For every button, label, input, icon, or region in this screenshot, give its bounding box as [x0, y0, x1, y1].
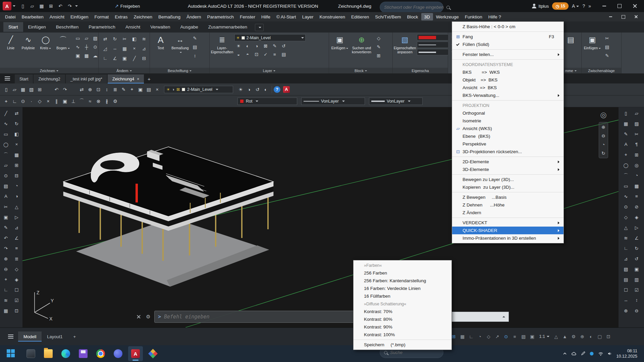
itplus-brand-icon[interactable]: A — [283, 86, 290, 93]
submenu-item[interactable]: 16 Farben: Verdeckte Linien — [354, 285, 451, 292]
erase-icon[interactable]: × — [153, 85, 161, 94]
snap-apparent-icon[interactable]: ⊗ — [94, 97, 103, 106]
paste-icon[interactable]: ▤ — [145, 85, 153, 94]
menu-item[interactable]: QUICK-SHADER — [452, 227, 564, 234]
print-icon[interactable]: ⊞ — [47, 2, 55, 10]
submenu-item[interactable]: 256 Farben: Kantendarstellung — [354, 277, 451, 285]
grid-panel-icon[interactable]: ▦ — [623, 120, 630, 127]
ribbon-tab[interactable]: Ausgabe — [175, 22, 203, 32]
ribbon-layer-combo[interactable]: ☀ 2-Main_Level — [234, 34, 306, 41]
properties-list-icon[interactable]: ≣ — [13, 255, 20, 262]
zoomin2-icon[interactable]: ⊕ — [623, 307, 630, 314]
stretch-icon[interactable]: ↔ — [110, 44, 119, 53]
menu-item[interactable]: 2D-Elemente — [452, 158, 564, 166]
menu-item[interactable]: Ebene (BKS) — [452, 132, 564, 140]
new-drawing-button[interactable]: + — [145, 74, 153, 83]
gem-icon[interactable]: ◈ — [633, 214, 640, 221]
diamond2-icon[interactable]: ◇ — [623, 214, 630, 221]
layer-thaw-icon[interactable]: ◓ — [244, 51, 252, 58]
layer-combo[interactable]: ☀ ◑ ⊠ 2-Main_Level — [164, 86, 233, 93]
chevron-down-icon[interactable] — [256, 101, 258, 103]
menu-item[interactable]: Z Bewegen ...Basis — [452, 193, 564, 201]
trial-countdown-badge[interactable]: ◷ 15 — [552, 2, 569, 10]
list-icon[interactable]: ≡ — [633, 193, 640, 200]
polar-status-icon[interactable]: ◔ — [476, 333, 484, 341]
angle-icon[interactable]: ∠ — [13, 234, 20, 241]
menu-item[interactable]: Immo-Präsentationen in 3D erstellen — [452, 234, 564, 242]
wheel-icon[interactable]: ◎ — [633, 162, 640, 169]
revcloud-tool-icon[interactable]: ☁ — [91, 52, 99, 60]
graphics-perf-icon[interactable]: ▢ — [596, 333, 604, 341]
match-prop-icon[interactable]: ✎ — [603, 52, 611, 60]
panel-label-zeichnen[interactable]: Zeichnen — [0, 68, 98, 73]
layout-menu-icon[interactable] — [3, 331, 18, 342]
file-tabs-menu-icon[interactable] — [0, 73, 15, 83]
account-button[interactable]: Itplus — [531, 4, 549, 9]
copy-clip-icon[interactable]: ▤ — [603, 43, 611, 51]
qat-chevron-icon[interactable] — [75, 5, 78, 8]
point-tool-icon[interactable]: ⊙ — [91, 43, 99, 51]
menubar-item[interactable]: Extras — [112, 13, 130, 20]
close-tab-icon[interactable]: × — [137, 77, 139, 81]
ribbon-tab[interactable]: Start — [3, 22, 23, 32]
close-icon[interactable] — [136, 313, 142, 320]
snap-midpoint-icon[interactable]: ∟ — [10, 97, 19, 106]
erase-icon[interactable]: × — [130, 44, 139, 53]
tab-modell[interactable]: Modell — [18, 331, 42, 342]
layer-prev-icon[interactable]: ↺ — [280, 42, 288, 50]
wipeout-tool-icon[interactable]: ▩ — [83, 52, 91, 60]
layer-freeze-icon[interactable]: ◑ — [253, 42, 261, 50]
mirror-icon[interactable]: ◧ — [130, 34, 139, 43]
polyline-tool[interactable]: ∿ Polylinie — [19, 34, 37, 50]
text-button[interactable]: A Text — [152, 34, 169, 50]
undo-icon[interactable]: ↶ — [56, 2, 64, 10]
scale-icon[interactable]: ◿ — [101, 44, 110, 53]
offset2-icon[interactable]: ≋ — [623, 234, 630, 241]
layer-prev2-icon[interactable]: ↺ — [253, 85, 262, 94]
text-tool-icon[interactable]: A — [2, 193, 9, 200]
tab-zeichnung4[interactable]: Zeichnung4× — [108, 74, 144, 83]
ribbon-tab[interactable]: Zusammenarbeiten — [203, 22, 252, 32]
explode-icon[interactable]: ⊿ — [140, 44, 149, 53]
snap-endpoint-icon[interactable]: ⌖ — [2, 97, 10, 106]
help-search-input[interactable] — [384, 5, 444, 10]
stretch2-icon[interactable]: ↔ — [623, 297, 630, 304]
open-icon[interactable]: ▱ — [28, 2, 36, 10]
refresh-nav-icon[interactable]: ↻ — [600, 149, 607, 157]
menu-item[interactable]: Füllen (Solid) — [452, 41, 564, 48]
menubar-item[interactable]: Fenster — [237, 13, 258, 20]
qnew-icon[interactable]: ▯ — [2, 85, 10, 94]
doc-restore-button[interactable] — [617, 13, 629, 21]
menu-item[interactable]: ⊞ Fang F3 — [452, 33, 564, 41]
move-tool-icon[interactable]: ⇄ — [13, 110, 20, 117]
autocad-app[interactable]: A — [128, 346, 143, 361]
rect2-icon[interactable]: ▭ — [623, 182, 630, 189]
app-menu-button[interactable]: A — [3, 2, 11, 10]
menu-item[interactable]: Ansicht => BKS — [452, 84, 564, 92]
submenu-item[interactable]: Kontrast: 90% — [354, 323, 451, 331]
circle-tool[interactable]: ◯ Kreis — [37, 34, 54, 50]
bemassung-button[interactable]: ↔ Bemaßung — [171, 34, 189, 54]
checkbox-icon[interactable]: ☐ — [13, 286, 20, 293]
array-icon[interactable]: ▦ — [120, 44, 129, 53]
maximize-button[interactable] — [612, 0, 627, 12]
doc-minimize-button[interactable] — [604, 13, 616, 21]
menu-item[interactable]: Orthogonal — [452, 109, 564, 117]
draw-arc-icon[interactable]: ⌒ — [2, 151, 9, 158]
snap-insertion-icon[interactable]: ▣ — [61, 97, 69, 106]
move-icon[interactable]: ⇄ — [101, 34, 110, 43]
isolate-objects-icon[interactable]: ◐ — [587, 333, 595, 341]
layers-list-icon[interactable]: ≡ — [13, 245, 20, 252]
layer-iso2-icon[interactable]: ◐ — [262, 85, 270, 94]
ortho-status-icon[interactable]: ∟ — [467, 333, 475, 341]
ribbon-tab[interactable]: Ansicht — [120, 22, 145, 32]
clean-screen-icon[interactable]: ⊡ — [604, 333, 612, 341]
layer-freeze2-icon[interactable]: ◑ — [245, 85, 253, 94]
autodesk-apps-button[interactable]: A — [572, 3, 579, 9]
close-button[interactable] — [627, 0, 643, 12]
menu-item[interactable]: BKS-Verwaltung... — [452, 92, 564, 99]
suchen-konvertieren-button[interactable]: ⊕ Suchen und konvertieren — [351, 34, 373, 54]
spline2-icon[interactable]: ∿ — [623, 193, 630, 200]
fillet-icon[interactable]: ∟ — [2, 286, 9, 293]
rotate-icon[interactable]: ↻ — [110, 34, 119, 43]
